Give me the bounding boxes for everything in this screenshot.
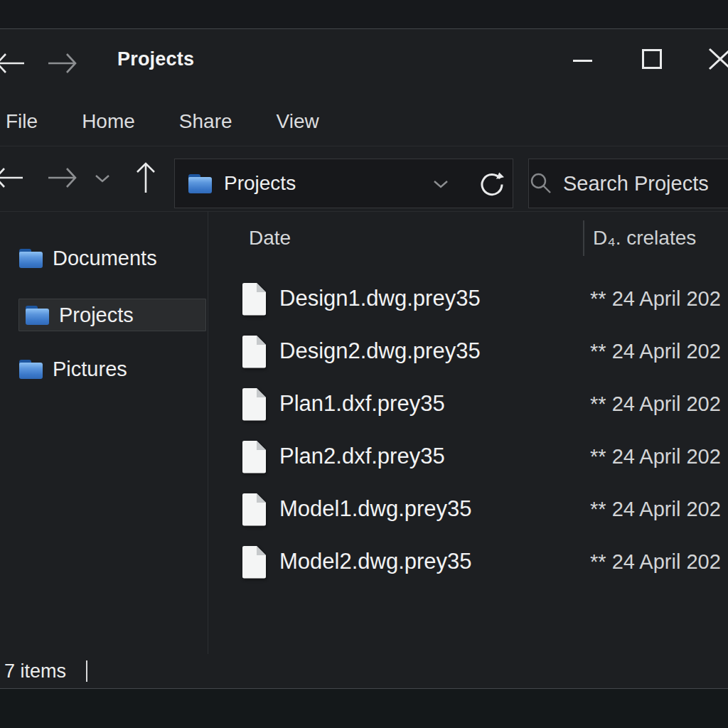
sidebar-item-label: Documents bbox=[53, 247, 157, 270]
column-divider[interactable] bbox=[583, 220, 584, 256]
file-date-created: ** 24 April 202 bbox=[590, 287, 721, 311]
screen-bottom-strip bbox=[0, 688, 728, 728]
address-dropdown-chevron-icon[interactable] bbox=[433, 180, 449, 189]
titlebar-forward-icon[interactable] bbox=[47, 51, 78, 75]
search-box[interactable]: Search Projects bbox=[528, 159, 728, 208]
maximize-icon bbox=[642, 49, 662, 69]
address-bar[interactable]: Projects bbox=[174, 159, 513, 208]
file-row-plan1[interactable]: Plan1.dxf.prey35 ** 24 April 202 bbox=[208, 378, 728, 430]
titlebar-back-icon[interactable] bbox=[0, 51, 26, 75]
file-row-design2[interactable]: Design2.dwg.prey35 ** 24 April 202 bbox=[208, 325, 728, 378]
status-bar: 7 items bbox=[0, 654, 728, 688]
search-icon bbox=[529, 171, 553, 196]
sidebar-item-documents[interactable]: Documents bbox=[0, 241, 157, 275]
refresh-icon[interactable] bbox=[477, 169, 507, 199]
file-row-model2[interactable]: Model2.dwg.prey35 ** 24 April 202 bbox=[208, 535, 728, 588]
nav-forward-icon[interactable] bbox=[47, 166, 78, 190]
items-count: 7 items bbox=[4, 660, 66, 682]
navigation-sidebar: Documents Projects Pictures bbox=[0, 211, 208, 654]
status-divider bbox=[86, 660, 87, 682]
close-icon bbox=[702, 43, 728, 75]
nav-up-icon[interactable] bbox=[135, 161, 156, 194]
menu-bar: File Home Share View bbox=[0, 97, 728, 146]
file-rows: Design1.dwg.prey35 ** 24 April 202 Desig… bbox=[208, 272, 728, 588]
file-date-created: ** 24 April 202 bbox=[590, 550, 721, 574]
minimize-button[interactable] bbox=[563, 45, 601, 76]
folder-icon bbox=[19, 360, 43, 379]
recent-locations-chevron-icon[interactable] bbox=[95, 174, 110, 183]
file-date-created: ** 24 April 202 bbox=[590, 340, 721, 363]
menu-item-file[interactable]: File bbox=[6, 110, 38, 133]
folder-icon bbox=[19, 249, 43, 268]
column-header-name[interactable]: Date bbox=[249, 227, 291, 250]
file-row-design1[interactable]: Design1.dwg.prey35 ** 24 April 202 bbox=[208, 272, 728, 325]
file-name: Plan2.dxf.prey35 bbox=[279, 444, 445, 469]
nav-back-icon[interactable] bbox=[0, 166, 24, 190]
folder-icon bbox=[26, 306, 49, 325]
document-icon bbox=[240, 440, 267, 473]
close-button[interactable] bbox=[702, 43, 728, 75]
file-row-model1[interactable]: Model1.dwg.prey35 ** 24 April 202 bbox=[208, 483, 728, 535]
file-name: Plan1.dxf.prey35 bbox=[279, 391, 445, 417]
document-icon bbox=[240, 545, 267, 579]
document-icon bbox=[240, 335, 267, 368]
sidebar-item-label: Projects bbox=[59, 304, 134, 327]
sidebar-item-pictures[interactable]: Pictures bbox=[0, 352, 127, 386]
menu-item-view[interactable]: View bbox=[277, 110, 319, 133]
file-name: Design1.dwg.prey35 bbox=[279, 286, 481, 311]
minimize-icon bbox=[573, 60, 592, 62]
explorer-window: Projects File Home Share View bbox=[0, 29, 728, 688]
address-location: Projects bbox=[224, 172, 513, 195]
sidebar-item-label: Pictures bbox=[53, 358, 127, 381]
file-date-created: ** 24 April 202 bbox=[590, 392, 721, 416]
column-header-date-created[interactable]: D₄. crelates bbox=[593, 227, 696, 250]
document-icon bbox=[240, 493, 267, 526]
menu-item-home[interactable]: Home bbox=[82, 110, 135, 133]
document-icon bbox=[240, 387, 267, 421]
file-date-created: ** 24 April 202 bbox=[590, 498, 721, 521]
file-name: Model2.dwg.prey35 bbox=[279, 549, 472, 574]
maximize-button[interactable] bbox=[633, 43, 671, 75]
file-date-created: ** 24 April 202 bbox=[590, 445, 721, 469]
title-bar: Projects bbox=[0, 29, 728, 97]
file-explorer-screen: Projects File Home Share View bbox=[0, 0, 728, 728]
search-placeholder: Search Projects bbox=[563, 172, 709, 196]
file-name: Model1.dwg.prey35 bbox=[279, 496, 472, 522]
menu-item-share[interactable]: Share bbox=[179, 110, 232, 133]
address-folder-icon bbox=[188, 174, 212, 193]
screen-top-strip bbox=[0, 0, 728, 29]
file-row-plan2[interactable]: Plan2.dxf.prey35 ** 24 April 202 bbox=[208, 430, 728, 483]
file-name: Design2.dwg.prey35 bbox=[279, 338, 481, 364]
file-list-pane: Date D₄. crelates Design1.dwg.prey35 ** … bbox=[208, 211, 728, 654]
window-title: Projects bbox=[117, 48, 194, 70]
sidebar-item-projects[interactable]: Projects bbox=[18, 299, 206, 331]
navigation-bar: Projects Search Projects bbox=[0, 146, 728, 212]
document-icon bbox=[240, 282, 267, 316]
